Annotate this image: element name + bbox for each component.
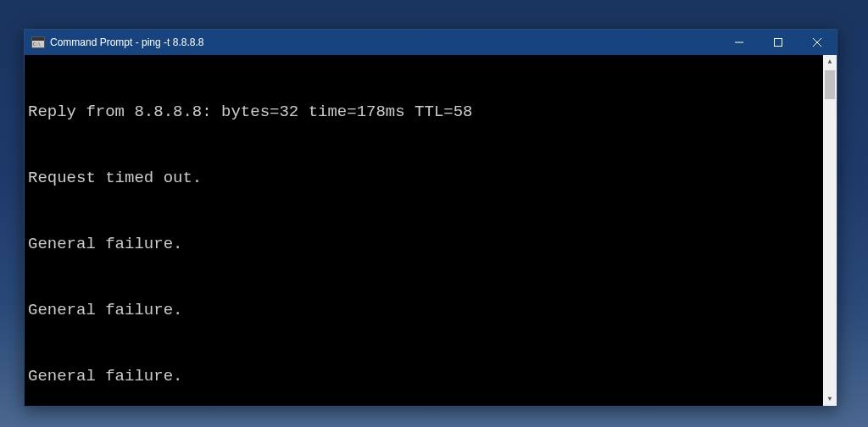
close-button[interactable] <box>798 30 837 55</box>
output-line: General failure. <box>28 365 837 387</box>
minimize-icon <box>735 38 743 47</box>
window-controls <box>720 30 837 55</box>
maximize-icon <box>774 38 782 47</box>
command-prompt-window: Command Prompt - ping -t 8.8.8.8 Reply f… <box>24 29 837 407</box>
minimize-button[interactable] <box>720 30 759 55</box>
close-icon <box>813 38 821 47</box>
window-title: Command Prompt - ping -t 8.8.8.8 <box>50 36 720 48</box>
scroll-up-arrow[interactable]: ▲ <box>823 55 837 69</box>
maximize-button[interactable] <box>759 30 798 55</box>
terminal-output[interactable]: Reply from 8.8.8.8: bytes=32 time=178ms … <box>25 55 837 406</box>
output-line: Request timed out. <box>28 167 837 189</box>
cmd-icon <box>31 36 45 48</box>
scrollbar-thumb[interactable] <box>825 70 835 99</box>
output-line: Reply from 8.8.8.8: bytes=32 time=178ms … <box>28 101 837 123</box>
titlebar[interactable]: Command Prompt - ping -t 8.8.8.8 <box>25 30 837 55</box>
output-line: General failure. <box>28 233 837 255</box>
output-line: General failure. <box>28 299 837 321</box>
scroll-down-arrow[interactable]: ▼ <box>823 392 837 406</box>
vertical-scrollbar[interactable]: ▲ ▼ <box>823 55 837 406</box>
svg-rect-1 <box>775 39 782 47</box>
